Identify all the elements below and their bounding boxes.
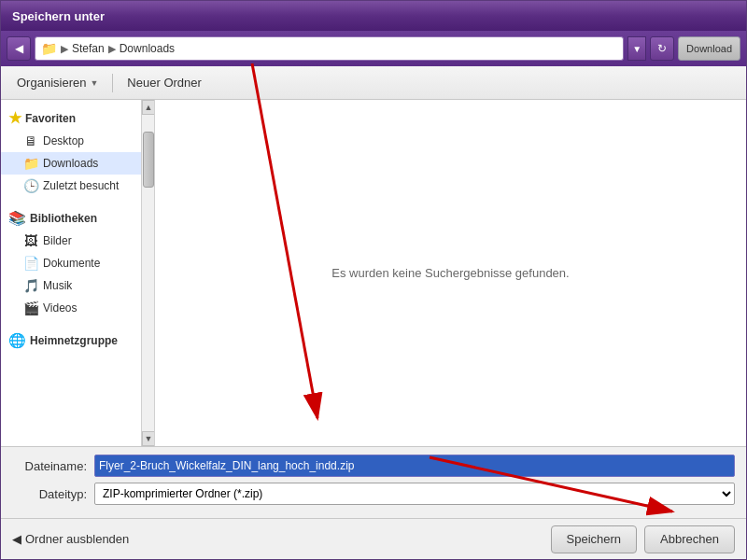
scrollbar-thumb[interactable] bbox=[143, 132, 154, 188]
save-button[interactable]: Speichern bbox=[551, 525, 638, 553]
folder-icon: 📁 bbox=[41, 41, 57, 56]
documents-icon: 📄 bbox=[23, 256, 38, 271]
hide-folder-label: Ordner ausblenden bbox=[25, 532, 129, 546]
sidebar: ▲ ★ Favoriten 🖥 Desktop 📁 Downloads 🕒 Z bbox=[1, 100, 155, 446]
addressbar: ◀ 📁 ▶ Stefan ▶ Downloads ▼ ↻ Download bbox=[1, 31, 746, 66]
content-area: Es wurden keine Suchergebnisse gefunden. bbox=[155, 100, 746, 446]
sidebar-item-downloads[interactable]: 📁 Downloads bbox=[1, 152, 154, 175]
address-path: 📁 ▶ Stefan ▶ Downloads bbox=[35, 36, 624, 61]
downloads-folder-icon: 📁 bbox=[23, 156, 38, 171]
pictures-icon: 🖼 bbox=[23, 233, 38, 248]
save-dialog: Speichern unter ◀ 📁 ▶ Stefan ▶ Downloads… bbox=[0, 0, 747, 560]
sidebar-zuletzt-label: Zuletzt besucht bbox=[43, 179, 119, 192]
dialog-title: Speichern unter bbox=[12, 9, 105, 23]
main-area: ▲ ★ Favoriten 🖥 Desktop 📁 Downloads 🕒 Z bbox=[1, 100, 746, 446]
sidebar-item-dokumente[interactable]: 📄 Dokumente bbox=[1, 252, 154, 274]
library-icon: 📚 bbox=[8, 210, 26, 227]
sidebar-item-musik[interactable]: 🎵 Musik bbox=[1, 274, 154, 297]
sidebar-section-bibliotheken: 📚 Bibliotheken 🖼 Bilder 📄 Dokumente 🎵 Mu… bbox=[1, 201, 154, 323]
sidebar-heimnetz-label: Heimnetzgruppe bbox=[30, 334, 118, 347]
bottom-form: Dateiname: Dateityp: ZIP-komprimierter O… bbox=[1, 446, 746, 518]
cancel-button[interactable]: Abbrechen bbox=[644, 525, 735, 553]
sidebar-dokumente-label: Dokumente bbox=[43, 257, 100, 270]
hide-folder-button[interactable]: ◀ Ordner ausblenden bbox=[12, 532, 129, 546]
chevron-left-icon: ◀ bbox=[12, 532, 21, 546]
organize-dropdown-arrow: ▼ bbox=[90, 78, 98, 88]
address-dropdown-button[interactable]: ▼ bbox=[627, 36, 646, 61]
recent-icon: 🕒 bbox=[23, 178, 38, 193]
sidebar-bilder-label: Bilder bbox=[43, 234, 72, 247]
desktop-icon: 🖥 bbox=[23, 133, 38, 148]
sidebar-videos-label: Videos bbox=[43, 301, 77, 315]
filetype-select[interactable]: ZIP-komprimierter Ordner (*.zip) bbox=[94, 483, 735, 505]
scrollbar-up[interactable]: ▲ bbox=[142, 100, 155, 115]
sidebar-scrollbar: ▲ ▼ bbox=[141, 100, 154, 446]
filetype-row: Dateityp: ZIP-komprimierter Ordner (*.zi… bbox=[12, 483, 735, 505]
titlebar: Speichern unter bbox=[1, 1, 746, 31]
new-folder-button[interactable]: Neuer Ordner bbox=[119, 70, 209, 96]
filename-label: Dateiname: bbox=[12, 459, 87, 473]
music-icon: 🎵 bbox=[23, 278, 38, 293]
back-button[interactable]: ◀ bbox=[7, 36, 31, 61]
sidebar-group-heimnetz[interactable]: 🌐 Heimnetzgruppe bbox=[1, 327, 154, 352]
footer: ◀ Ordner ausblenden Speichern Abbrechen bbox=[1, 518, 746, 559]
path-stefan: Stefan bbox=[72, 42, 105, 55]
toolbar: Organisieren ▼ Neuer Ordner bbox=[1, 66, 746, 100]
sidebar-item-videos[interactable]: 🎬 Videos bbox=[1, 297, 154, 319]
sidebar-section-heimnetz: 🌐 Heimnetzgruppe bbox=[1, 323, 154, 356]
sidebar-musik-label: Musik bbox=[43, 279, 72, 292]
sidebar-group-favoriten[interactable]: ★ Favoriten bbox=[1, 104, 154, 130]
download-addr-button[interactable]: Download bbox=[678, 36, 740, 61]
sidebar-item-bilder[interactable]: 🖼 Bilder bbox=[1, 230, 154, 252]
videos-icon: 🎬 bbox=[23, 301, 38, 315]
sidebar-downloads-label: Downloads bbox=[43, 157, 98, 170]
sidebar-item-desktop[interactable]: 🖥 Desktop bbox=[1, 130, 154, 152]
footer-buttons: Speichern Abbrechen bbox=[551, 525, 735, 553]
path-downloads: Downloads bbox=[120, 42, 175, 55]
sidebar-item-zuletzt[interactable]: 🕒 Zuletzt besucht bbox=[1, 175, 154, 197]
refresh-button[interactable]: ↻ bbox=[650, 36, 674, 61]
sidebar-bibliotheken-label: Bibliotheken bbox=[30, 212, 97, 225]
sidebar-group-bibliotheken[interactable]: 📚 Bibliotheken bbox=[1, 204, 154, 230]
filetype-label: Dateityp: bbox=[12, 487, 87, 501]
organize-button[interactable]: Organisieren ▼ bbox=[8, 70, 106, 96]
filename-input[interactable] bbox=[94, 455, 735, 477]
sidebar-section-favoriten: ★ Favoriten 🖥 Desktop 📁 Downloads 🕒 Zule… bbox=[1, 100, 154, 201]
favorites-star-icon: ★ bbox=[8, 109, 21, 127]
sidebar-desktop-label: Desktop bbox=[43, 134, 84, 147]
toolbar-separator bbox=[112, 74, 113, 92]
empty-message: Es wurden keine Suchergebnisse gefunden. bbox=[331, 266, 569, 280]
filename-row: Dateiname: bbox=[12, 455, 735, 477]
scrollbar-down[interactable]: ▼ bbox=[142, 431, 155, 446]
sidebar-favoriten-label: Favoriten bbox=[25, 112, 76, 125]
network-icon: 🌐 bbox=[8, 332, 26, 349]
